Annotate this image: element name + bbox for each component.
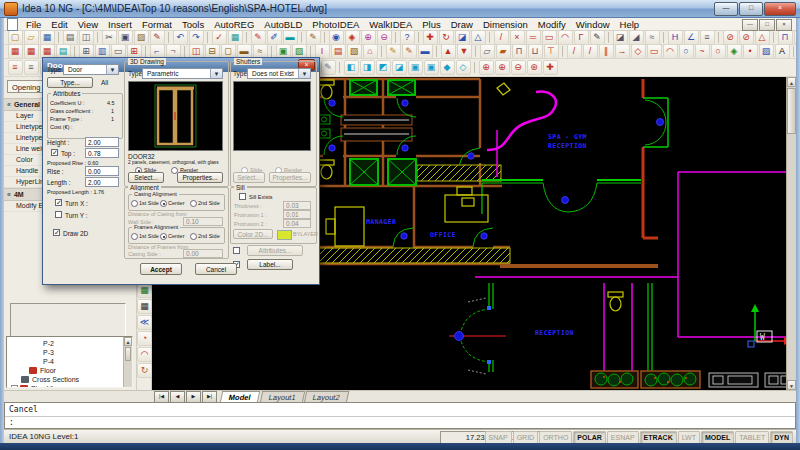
print-preview-icon[interactable]: ◫	[79, 31, 94, 45]
zoom-window-icon[interactable]: ⊕	[361, 31, 376, 45]
menu-item[interactable]: AutoBLD	[259, 19, 307, 30]
casing-center-radio[interactable]	[160, 200, 167, 207]
raster-image-icon[interactable]: ▦	[137, 299, 152, 314]
no-plot-icon[interactable]: ⊘	[723, 31, 738, 45]
check-icon[interactable]: ✓	[212, 31, 227, 45]
type-button[interactable]: Type...	[47, 77, 93, 88]
triangle-icon[interactable]: △	[755, 31, 770, 45]
sill-exists-checkbox[interactable]	[239, 193, 246, 200]
construction-line-icon[interactable]: ×	[510, 31, 525, 45]
down-red-icon[interactable]: ▼	[457, 45, 472, 59]
tab-nav-button[interactable]: |◀	[154, 391, 169, 403]
arc-icon[interactable]: ◠	[558, 31, 573, 45]
format-painter-icon[interactable]: ✎	[150, 31, 165, 45]
paste-icon[interactable]: ▨	[134, 31, 149, 45]
menu-item[interactable]: WalkIDEA	[364, 19, 417, 30]
ellipse-icon[interactable]: ○	[711, 45, 726, 59]
print-icon[interactable]: ▤	[63, 31, 78, 45]
minimize-button[interactable]: —	[714, 2, 738, 16]
draw-2d-checkbox[interactable]: ✓	[53, 229, 60, 236]
sofa-icon[interactable]: ⊔	[528, 45, 543, 59]
sketch-icon[interactable]: ✎	[251, 31, 266, 45]
furniture-icon[interactable]: ⊓	[512, 45, 527, 59]
grid-red2-icon[interactable]: ▦	[24, 45, 39, 59]
drawing3d-type-combo[interactable]: Parametric ▼	[142, 68, 223, 79]
hatch-wall-icon[interactable]: ▰	[496, 45, 511, 59]
view-back-icon[interactable]: ▣	[424, 60, 439, 75]
properties-3d-button[interactable]: Properties...	[177, 172, 223, 183]
menu-item[interactable]: Help	[615, 19, 645, 30]
trim-icon[interactable]: ◢	[629, 31, 644, 45]
tree-scrollbar[interactable]: ▲	[123, 337, 132, 387]
polyline-edit-icon[interactable]: ✐	[267, 31, 282, 45]
beam-icon[interactable]: Η	[668, 31, 683, 45]
view-top-icon[interactable]: ◧	[344, 60, 359, 75]
casing-2nd-radio[interactable]	[190, 200, 197, 207]
menu-item[interactable]: Edit	[46, 19, 72, 30]
view-right-icon[interactable]: ◪	[392, 60, 407, 75]
zoom-window2-icon[interactable]: ⊕	[495, 60, 510, 75]
save-icon[interactable]: ▦	[40, 31, 55, 45]
tree-item[interactable]: Floor	[9, 366, 122, 375]
mdi-minimize-button[interactable]: —	[742, 19, 758, 31]
refresh-view-icon[interactable]: ◔	[137, 331, 152, 346]
render-icon[interactable]: ◉	[329, 31, 344, 45]
arc-view-icon[interactable]: ◠	[137, 347, 152, 362]
no-snap-icon[interactable]: ⊘	[739, 31, 754, 45]
view-bottom-icon[interactable]: ◨	[360, 60, 375, 75]
zoom-realtime-icon[interactable]: ⊕	[479, 60, 494, 75]
scrollbar-thumb[interactable]	[125, 347, 131, 361]
tab-model[interactable]: Model	[220, 391, 260, 403]
tab-nav-button[interactable]: ◀	[170, 391, 185, 403]
image-icon[interactable]: ▦	[228, 31, 243, 45]
circle-icon[interactable]: ○	[679, 45, 694, 59]
command-window[interactable]: Cancel :	[4, 402, 796, 429]
top-field[interactable]	[85, 148, 119, 158]
scroll-down-icon[interactable]: ▼	[787, 380, 796, 390]
close-button[interactable]: ×	[764, 2, 796, 16]
menu-item[interactable]: View	[73, 19, 103, 30]
menu-item[interactable]: File	[21, 19, 46, 30]
rectangle-icon[interactable]: ▭	[542, 31, 557, 45]
tab-nav-button[interactable]: ▶	[186, 391, 201, 403]
grid-red-icon[interactable]: ▦	[8, 45, 23, 59]
eraser-icon[interactable]: ▱	[480, 45, 495, 59]
ruler-icon[interactable]: ▬	[418, 45, 433, 59]
edit-icon[interactable]: ✎	[306, 31, 321, 45]
tree-item[interactable]: P-2	[9, 339, 122, 348]
undo-icon[interactable]: ↶	[173, 31, 188, 45]
draw-line2-icon[interactable]: /	[583, 45, 598, 59]
pan-icon[interactable]: ✚	[543, 60, 558, 75]
mdi-close-button[interactable]: ×	[776, 19, 792, 31]
erase-icon[interactable]: ◪	[613, 31, 628, 45]
line-icon[interactable]: /	[494, 31, 509, 45]
insert-block-icon[interactable]: ✚	[423, 31, 438, 45]
polygon-icon[interactable]: ◇	[631, 45, 646, 59]
tab-nav-button[interactable]: ▶|	[202, 391, 217, 403]
canvas-scrollbar[interactable]: ▲ ▼	[786, 77, 796, 390]
match-props3-icon[interactable]: ✎	[321, 60, 336, 75]
new-icon[interactable]: ▢	[8, 31, 23, 45]
door-type-combo[interactable]: Door ▼	[63, 64, 119, 75]
rise-field[interactable]	[85, 166, 119, 176]
chevron-down-icon[interactable]: ▼	[210, 69, 222, 78]
chevron-down-icon[interactable]: ▼	[298, 69, 310, 78]
layer-manager-icon[interactable]: ≡	[24, 60, 39, 75]
table-icon[interactable]: ⊓	[778, 31, 793, 45]
xref-icon[interactable]: ▦	[137, 283, 152, 298]
copy-icon[interactable]: ▣	[118, 31, 133, 45]
mdi-restore-button[interactable]: □	[759, 19, 775, 31]
orbit-icon[interactable]: ↻	[137, 363, 152, 378]
shutters-type-combo[interactable]: Does not Exist ▼	[247, 68, 311, 79]
pen-orange-icon[interactable]: ✎	[402, 45, 417, 59]
turn-y-checkbox[interactable]	[55, 211, 62, 218]
view-sw-iso-icon[interactable]: ◆	[440, 60, 455, 75]
beam2-icon[interactable]: ▤	[331, 45, 346, 59]
cut-icon[interactable]: ✂	[102, 31, 117, 45]
tree-item[interactable]: Cross Sections	[9, 375, 122, 384]
label-button[interactable]: Label...	[247, 259, 293, 270]
rect2-icon[interactable]: ▭	[647, 45, 662, 59]
scroll-up-icon[interactable]: ▲	[787, 77, 796, 87]
select-3d-button[interactable]: Select...	[128, 172, 164, 183]
tab-layout2[interactable]: Layout2	[304, 391, 349, 403]
